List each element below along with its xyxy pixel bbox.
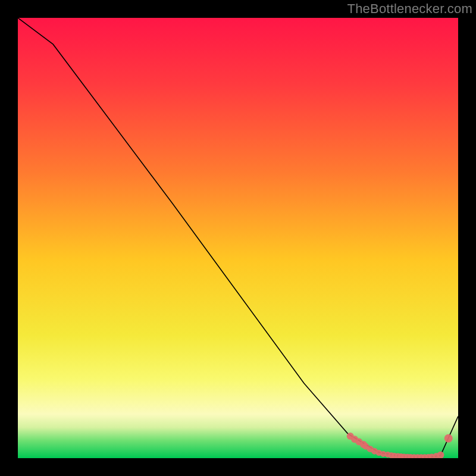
marker-point — [437, 452, 444, 458]
bottleneck-curve — [18, 18, 458, 458]
curve-markers — [347, 433, 453, 458]
watermark-text: TheBottlenecker.com — [347, 1, 472, 17]
chart-svg — [18, 18, 458, 458]
marker-point — [444, 434, 453, 443]
chart-stage: TheBottlenecker.com — [0, 0, 476, 476]
plot-area — [18, 18, 458, 458]
